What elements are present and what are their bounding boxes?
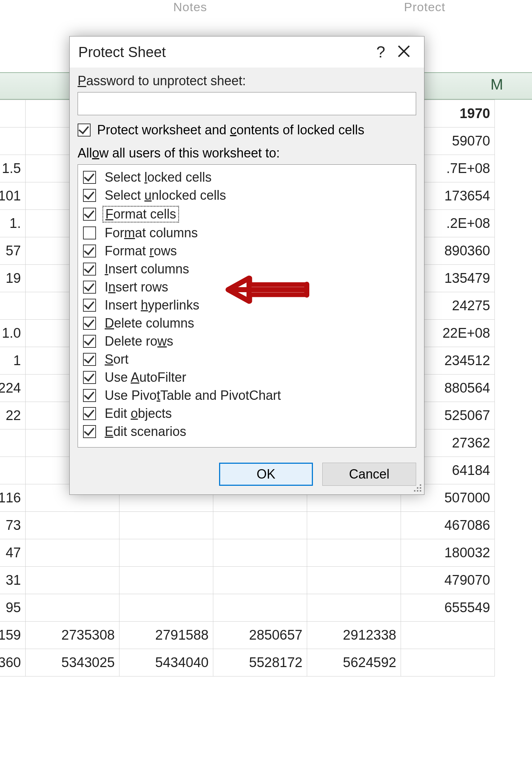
cancel-button[interactable]: Cancel — [322, 463, 416, 486]
cell[interactable] — [119, 512, 213, 539]
cell[interactable] — [307, 567, 401, 594]
permission-checkbox[interactable] — [83, 389, 96, 402]
cell[interactable] — [307, 512, 401, 539]
permission-checkbox[interactable] — [83, 281, 96, 294]
cell[interactable]: 467086 — [401, 512, 495, 539]
cell[interactable]: 479070 — [401, 567, 495, 594]
cell[interactable]: 2682159 — [0, 622, 26, 649]
permission-row-3[interactable]: Format columns — [83, 224, 411, 242]
permission-row-6[interactable]: Insert rows — [83, 278, 411, 296]
cell[interactable] — [0, 127, 26, 155]
cell[interactable]: 5256360 — [0, 649, 26, 676]
permission-checkbox[interactable] — [83, 171, 96, 184]
permission-row-1[interactable]: Select unlocked cells — [83, 186, 411, 204]
protect-contents-checkbox-row[interactable]: Protect worksheet and contents of locked… — [78, 122, 416, 138]
cell[interactable]: 57 — [0, 237, 26, 265]
resize-grip-icon[interactable] — [413, 483, 422, 492]
permission-checkbox[interactable] — [83, 407, 96, 420]
ok-button[interactable]: OK — [219, 463, 313, 486]
permission-row-0[interactable]: Select locked cells — [83, 168, 411, 186]
cell[interactable]: 1. — [0, 210, 26, 237]
column-header-m[interactable]: M — [490, 76, 503, 93]
permission-checkbox[interactable] — [83, 371, 96, 384]
cell[interactable] — [26, 594, 119, 622]
cell[interactable] — [119, 567, 213, 594]
password-input[interactable] — [78, 92, 416, 115]
help-icon[interactable]: ? — [369, 43, 392, 61]
cell[interactable]: 116 — [0, 484, 26, 512]
cell[interactable] — [213, 512, 307, 539]
permission-label: Delete rows — [103, 334, 175, 349]
permission-row-2[interactable]: Format cells — [83, 204, 411, 224]
cell[interactable] — [26, 567, 119, 594]
permission-checkbox[interactable] — [83, 335, 96, 348]
cell[interactable] — [307, 539, 401, 567]
cell[interactable] — [213, 594, 307, 622]
permission-row-7[interactable]: Insert hyperlinks — [83, 296, 411, 314]
permission-row-12[interactable]: Use PivotTable and PivotChart — [83, 386, 411, 405]
permission-checkbox[interactable] — [83, 317, 96, 330]
cell[interactable]: 31 — [0, 567, 26, 594]
cell[interactable] — [0, 292, 26, 320]
cell[interactable]: 655549 — [401, 594, 495, 622]
cell[interactable] — [0, 429, 26, 457]
cell[interactable] — [119, 539, 213, 567]
cell[interactable]: 5624592 — [307, 649, 401, 676]
dialog-title-bar: Protect Sheet ? — [70, 36, 424, 68]
close-icon[interactable] — [392, 43, 415, 61]
permission-checkbox[interactable] — [83, 353, 96, 366]
permissions-listbox[interactable]: Select locked cellsSelect unlocked cells… — [78, 164, 416, 447]
cell[interactable]: 5343025 — [26, 649, 119, 676]
cell[interactable]: 5434040 — [119, 649, 213, 676]
permission-row-14[interactable]: Edit scenarios — [83, 423, 411, 441]
permission-label: Select locked cells — [103, 170, 214, 185]
permission-checkbox[interactable] — [83, 425, 96, 438]
permission-row-8[interactable]: Delete columns — [83, 314, 411, 332]
permission-row-4[interactable]: Format rows — [83, 242, 411, 260]
cell[interactable] — [119, 594, 213, 622]
cell[interactable]: 2912338 — [307, 622, 401, 649]
cell[interactable]: 47 — [0, 539, 26, 567]
permission-row-5[interactable]: Insert columns — [83, 260, 411, 278]
cell[interactable]: 1.0 — [0, 320, 26, 347]
cell[interactable]: 95 — [0, 594, 26, 622]
cell[interactable]: 2735308 — [26, 622, 119, 649]
permission-row-9[interactable]: Delete rows — [83, 332, 411, 350]
permission-checkbox[interactable] — [83, 226, 96, 239]
cell[interactable]: 19 — [0, 265, 26, 292]
cell[interactable]: 2791588 — [119, 622, 213, 649]
cell[interactable] — [0, 457, 26, 484]
protect-contents-checkbox[interactable] — [78, 124, 91, 137]
cell[interactable]: 180032 — [401, 539, 495, 567]
cell[interactable] — [307, 594, 401, 622]
cell[interactable] — [213, 567, 307, 594]
permission-checkbox[interactable] — [83, 245, 96, 258]
cell[interactable] — [213, 539, 307, 567]
permission-row-13[interactable]: Edit objects — [83, 405, 411, 423]
permission-label: Edit objects — [103, 406, 174, 421]
cell[interactable]: 1 — [0, 347, 26, 375]
permission-checkbox[interactable] — [83, 208, 96, 221]
permission-label: Use AutoFilter — [103, 370, 188, 385]
permission-checkbox[interactable] — [83, 299, 96, 312]
protect-contents-label: Protect worksheet and contents of locked… — [97, 122, 364, 138]
permission-checkbox[interactable] — [83, 189, 96, 202]
permission-label: Insert rows — [103, 280, 170, 295]
cell[interactable]: 224 — [0, 375, 26, 402]
cell[interactable]: 22 — [0, 402, 26, 429]
permission-checkbox[interactable] — [83, 263, 96, 276]
cell[interactable] — [26, 539, 119, 567]
cell[interactable] — [26, 512, 119, 539]
permission-row-11[interactable]: Use AutoFilter — [83, 368, 411, 386]
cell[interactable] — [401, 649, 495, 676]
cell[interactable]: 73 — [0, 512, 26, 539]
cell[interactable]: 101 — [0, 182, 26, 210]
cell[interactable]: 5528172 — [213, 649, 307, 676]
cell[interactable] — [0, 100, 26, 127]
cell[interactable] — [401, 622, 495, 649]
ribbon-section-labels: Notes Protect — [0, 0, 532, 22]
cell[interactable]: 2850657 — [213, 622, 307, 649]
cell[interactable]: 1.5 — [0, 155, 26, 182]
permission-label: Select unlocked cells — [103, 188, 228, 203]
permission-row-10[interactable]: Sort — [83, 350, 411, 368]
